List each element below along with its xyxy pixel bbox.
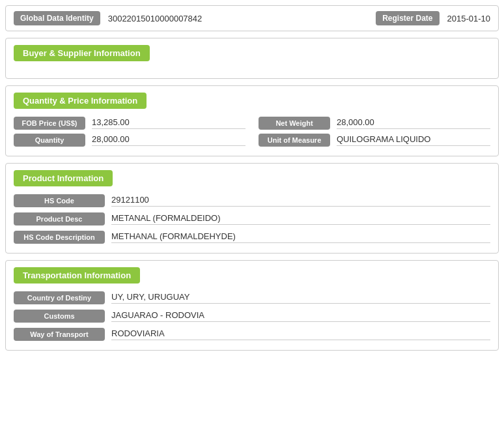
net-weight-value: 28,000.00	[337, 117, 490, 129]
hs-code-desc-value: METHANAL (FORMALDEHYDE)	[111, 231, 490, 243]
country-of-destiny-label: Country of Destiny	[14, 291, 105, 304]
quantity-price-header: Quantity & Price Information	[14, 93, 147, 109]
transportation-fields: Country of Destiny UY, URY, URUGUAY Cust…	[14, 291, 490, 341]
country-of-destiny-row: Country of Destiny UY, URY, URUGUAY	[14, 291, 490, 304]
register-date-value: 2015-01-10	[447, 14, 491, 23]
buyer-supplier-section: Buyer & Supplier Information	[5, 38, 499, 79]
quantity-value: 28,000.00	[92, 134, 245, 146]
product-fields: HS Code 29121100 Product Desc METANAL (F…	[14, 194, 490, 244]
hs-code-label: HS Code	[14, 194, 105, 207]
global-data-bar: Global Data Identity 3002201501000000784…	[5, 5, 499, 31]
customs-label: Customs	[14, 310, 105, 323]
hs-code-value: 29121100	[111, 195, 490, 207]
transportation-header: Transportation Information	[14, 267, 140, 283]
quantity-label: Quantity	[14, 134, 85, 147]
hs-code-desc-label: HS Code Description	[14, 231, 105, 244]
fob-price-value: 13,285.00	[92, 117, 245, 129]
product-desc-label: Product Desc	[14, 212, 105, 225]
way-of-transport-label: Way of Transport	[14, 328, 105, 341]
global-data-label: Global Data Identity	[14, 11, 100, 25]
global-data-value: 30022015010000007842	[108, 14, 376, 23]
register-date-label: Register Date	[376, 11, 439, 25]
fob-price-label: FOB Price (US$)	[14, 117, 85, 130]
product-desc-row: Product Desc METANAL (FORMALDEIDO)	[14, 212, 490, 225]
buyer-supplier-header: Buyer & Supplier Information	[14, 45, 150, 61]
product-section: Product Information HS Code 29121100 Pro…	[5, 163, 499, 254]
way-of-transport-row: Way of Transport RODOVIARIA	[14, 328, 490, 341]
product-header: Product Information	[14, 170, 113, 186]
quantity-price-section: Quantity & Price Information FOB Price (…	[5, 85, 499, 156]
country-of-destiny-value: UY, URY, URUGUAY	[111, 292, 490, 304]
fob-price-row: FOB Price (US$) 13,285.00	[14, 117, 245, 130]
quantity-price-fields: FOB Price (US$) 13,285.00 Net Weight 28,…	[14, 117, 490, 147]
net-weight-row: Net Weight 28,000.00	[259, 117, 490, 130]
product-desc-value: METANAL (FORMALDEIDO)	[111, 213, 490, 225]
quantity-row: Quantity 28,000.00	[14, 134, 245, 147]
customs-row: Customs JAGUARAO - RODOVIA	[14, 310, 490, 323]
customs-value: JAGUARAO - RODOVIA	[111, 310, 490, 322]
way-of-transport-value: RODOVIARIA	[111, 328, 490, 340]
hs-code-desc-row: HS Code Description METHANAL (FORMALDEHY…	[14, 231, 490, 244]
transportation-section: Transportation Information Country of De…	[5, 260, 499, 351]
net-weight-label: Net Weight	[259, 117, 330, 130]
unit-of-measure-row: Unit of Measure QUILOGRAMA LIQUIDO	[259, 134, 490, 147]
unit-of-measure-value: QUILOGRAMA LIQUIDO	[337, 134, 490, 146]
hs-code-row: HS Code 29121100	[14, 194, 490, 207]
unit-of-measure-label: Unit of Measure	[259, 134, 330, 147]
